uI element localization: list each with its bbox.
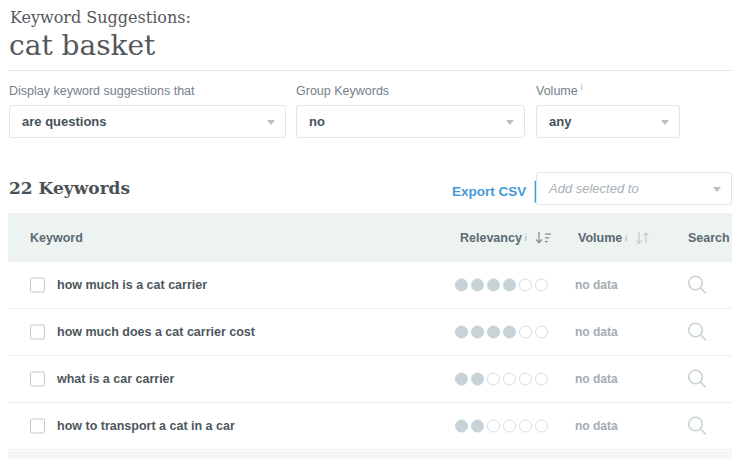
relevancy-dot: [535, 279, 548, 292]
filter-suggestions-value: are questions: [22, 114, 107, 129]
relevancy-dot: [519, 279, 532, 292]
row-checkbox[interactable]: [30, 372, 45, 387]
filter-suggestions-select[interactable]: are questions: [9, 105, 286, 138]
relevancy-dot: [519, 420, 532, 433]
column-header-relevancy: Relevancyi: [460, 231, 552, 245]
relevancy-dot: [471, 373, 484, 386]
relevancy-dot: [487, 326, 500, 339]
relevancy-dot: [535, 326, 548, 339]
column-header-keyword: Keyword: [30, 231, 83, 245]
keyword-cell: how much does a cat carrier cost: [57, 325, 255, 339]
relevancy-dot: [519, 326, 532, 339]
relevancy-dot: [471, 326, 484, 339]
add-selected-dropdown[interactable]: Add selected to: [536, 172, 732, 205]
relevancy-dot: [503, 373, 516, 386]
table-header: Keyword Relevancyi Volumei: [8, 213, 732, 262]
table-row: how much is a cat carrier no data: [8, 262, 732, 309]
relevancy-dot: [519, 373, 532, 386]
relevancy-dot: [503, 279, 516, 292]
add-selected-placeholder: Add selected to: [549, 181, 639, 196]
relevancy-dot: [471, 279, 484, 292]
relevancy-dots: [455, 279, 548, 292]
search-icon[interactable]: [686, 321, 709, 344]
relevancy-dot: [471, 420, 484, 433]
info-icon[interactable]: i: [581, 82, 583, 92]
page-subtitle: Keyword Suggestions:: [10, 8, 191, 27]
search-icon[interactable]: [686, 415, 709, 438]
sort-descending-icon[interactable]: [535, 231, 552, 245]
relevancy-dot: [503, 420, 516, 433]
table-row: what is a car carrier no data: [8, 356, 732, 403]
filter-volume-label: Volumei: [536, 84, 680, 99]
relevancy-dot: [487, 420, 500, 433]
column-header-volume: Volumei: [578, 231, 650, 245]
relevancy-dot: [455, 279, 468, 292]
filter-volume-label-text: Volume: [536, 84, 578, 98]
filter-group-select[interactable]: no: [296, 105, 525, 138]
relevancy-dot: [455, 420, 468, 433]
search-icon[interactable]: [686, 368, 709, 391]
search-icon[interactable]: [686, 274, 709, 297]
filter-suggestions: Display keyword suggestions that are que…: [9, 84, 286, 138]
volume-cell: no data: [575, 419, 618, 433]
next-section-band: [8, 451, 732, 459]
relevancy-dots: [455, 420, 548, 433]
relevancy-dot: [535, 373, 548, 386]
column-header-volume-text: Volume: [578, 231, 622, 245]
export-csv-label: Export CSV: [452, 184, 526, 199]
row-checkbox[interactable]: [30, 325, 45, 340]
keyword-suggestions-page: Keyword Suggestions: cat basket Display …: [0, 0, 740, 459]
keyword-cell: how to transport a cat in a car: [57, 419, 235, 433]
filter-volume-value: any: [549, 114, 571, 129]
chevron-down-icon: [506, 120, 514, 125]
sort-unsorted-icon[interactable]: [635, 231, 650, 245]
relevancy-dot: [455, 373, 468, 386]
column-header-relevancy-text: Relevancy: [460, 231, 522, 245]
page-title: cat basket: [9, 29, 155, 62]
filter-volume: Volumei any: [536, 84, 680, 138]
volume-cell: no data: [575, 372, 618, 386]
keyword-cell: how much is a cat carrier: [57, 278, 207, 292]
relevancy-dot: [455, 326, 468, 339]
relevancy-dot: [487, 279, 500, 292]
relevancy-dot: [487, 373, 500, 386]
relevancy-dots: [455, 373, 548, 386]
row-checkbox[interactable]: [30, 419, 45, 434]
filter-volume-select[interactable]: any: [536, 105, 680, 138]
volume-cell: no data: [575, 278, 618, 292]
volume-cell: no data: [575, 325, 618, 339]
filter-group-keywords: Group Keywords no: [296, 84, 525, 138]
header-divider: [8, 70, 732, 71]
table-row: how to transport a cat in a car no data: [8, 403, 732, 450]
filter-group-value: no: [309, 114, 325, 129]
column-header-search: Search: [688, 231, 730, 245]
table-rows: how much is a cat carrier no data how mu…: [8, 262, 732, 450]
table-row: how much does a cat carrier cost no data: [8, 309, 732, 356]
filters-bar: Display keyword suggestions that are que…: [9, 84, 732, 140]
filter-suggestions-label: Display keyword suggestions that: [9, 84, 286, 99]
filter-group-label: Group Keywords: [296, 84, 525, 99]
chevron-down-icon: [661, 120, 669, 125]
relevancy-dot: [535, 420, 548, 433]
chevron-down-icon: [267, 120, 275, 125]
relevancy-dots: [455, 326, 548, 339]
chevron-down-icon: [713, 187, 721, 192]
row-checkbox[interactable]: [30, 278, 45, 293]
keyword-count: 22 Keywords: [9, 178, 130, 198]
keyword-cell: what is a car carrier: [57, 372, 174, 386]
relevancy-dot: [503, 326, 516, 339]
